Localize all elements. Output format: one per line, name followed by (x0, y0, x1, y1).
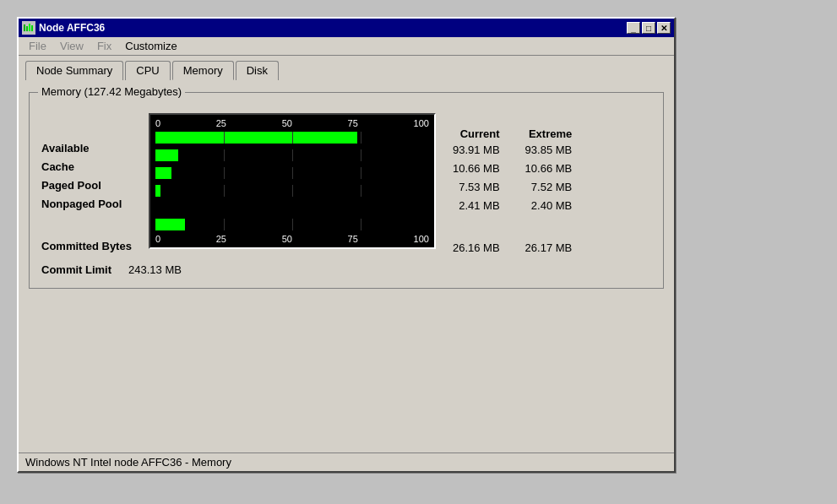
tab-cpu[interactable]: CPU (125, 61, 170, 80)
menu-fix[interactable]: Fix (90, 38, 118, 54)
commit-limit-label: Commit Limit (41, 263, 111, 276)
menu-bar: File View Fix Customize (19, 37, 674, 56)
svg-rect-0 (24, 24, 25, 31)
menu-customize[interactable]: Customize (118, 38, 183, 54)
current-column: Current 93.91 MB 10.66 MB 7.53 MB 2.41 M… (453, 117, 500, 257)
tab-node-summary[interactable]: Node Summary (25, 61, 123, 80)
current-paged-pool: 7.53 MB (453, 177, 500, 196)
data-columns: Current 93.91 MB 10.66 MB 7.53 MB 2.41 M… (453, 113, 572, 257)
chart-axis-top: 0 25 50 75 100 (155, 118, 429, 128)
extreme-paged-pool: 7.52 MB (525, 177, 573, 196)
content-area: Memory (127.42 Megabytes) Available Cach… (19, 80, 674, 471)
extreme-column: Extreme 93.85 MB 10.66 MB 7.52 MB 2.40 M… (525, 117, 573, 257)
chart-axis-bottom: 0 25 50 75 100 (155, 234, 429, 244)
status-bar: Windows NT Intel node AFFC36 - Memory (19, 453, 674, 471)
extreme-committed-bytes: 26.17 MB (525, 238, 573, 257)
commit-limit-row: Commit Limit 243.13 MB (41, 263, 651, 276)
tabs-container: Node Summary CPU Memory Disk (19, 56, 674, 80)
label-paged-pool: Paged Pool (41, 176, 132, 194)
window-title: Node AFFC36 (39, 22, 105, 34)
main-window: Node AFFC36 _ □ ✕ File View Fix Customiz… (17, 17, 676, 473)
current-header: Current (453, 117, 500, 140)
bar-available (155, 130, 429, 145)
label-available: Available (41, 138, 132, 157)
app-icon (22, 21, 35, 35)
commit-limit-value: 243.13 MB (128, 263, 182, 276)
extreme-available: 93.85 MB (525, 140, 573, 159)
memory-content: Available Cache Paged Pool Nonpaged Pool… (41, 113, 651, 257)
chart-bars (155, 130, 429, 232)
title-buttons: _ □ ✕ (627, 22, 671, 34)
current-committed-bytes: 26.16 MB (453, 238, 500, 257)
label-committed-bytes: Committed Bytes (41, 236, 132, 255)
label-spacer (41, 213, 132, 236)
chart-box: 0 25 50 75 100 (149, 113, 436, 249)
chart-area: 0 25 50 75 100 (149, 113, 436, 257)
label-cache: Cache (41, 157, 132, 176)
memory-section: Memory (127.42 Megabytes) Available Cach… (29, 92, 664, 289)
close-button[interactable]: ✕ (657, 22, 671, 34)
current-spacer (453, 214, 500, 238)
tab-disk[interactable]: Disk (236, 61, 279, 80)
svg-rect-2 (29, 24, 30, 31)
svg-rect-3 (31, 25, 33, 31)
current-available: 93.91 MB (453, 140, 500, 159)
status-text: Windows NT Intel node AFFC36 - Memory (25, 456, 231, 469)
menu-view[interactable]: View (53, 38, 90, 54)
tab-memory[interactable]: Memory (172, 61, 234, 80)
minimize-button[interactable]: _ (627, 22, 640, 34)
title-bar: Node AFFC36 _ □ ✕ (19, 19, 674, 37)
bar-nonpaged-pool (155, 183, 429, 198)
section-title: Memory (127.42 Megabytes) (38, 85, 185, 98)
extreme-cache: 10.66 MB (525, 159, 573, 177)
extreme-nonpaged-pool: 2.40 MB (525, 196, 573, 214)
labels-column: Available Cache Paged Pool Nonpaged Pool… (41, 113, 132, 257)
label-nonpaged-pool: Nonpaged Pool (41, 194, 132, 213)
menu-file[interactable]: File (22, 38, 53, 54)
bar-paged-pool (155, 165, 429, 181)
bar-committed-bytes (155, 217, 429, 232)
restore-button[interactable]: □ (642, 22, 655, 34)
extreme-header: Extreme (525, 117, 573, 140)
current-nonpaged-pool: 2.41 MB (453, 196, 500, 214)
current-cache: 10.66 MB (453, 159, 500, 177)
bar-cache (155, 148, 429, 163)
extreme-spacer (525, 214, 573, 238)
svg-rect-1 (26, 26, 28, 31)
